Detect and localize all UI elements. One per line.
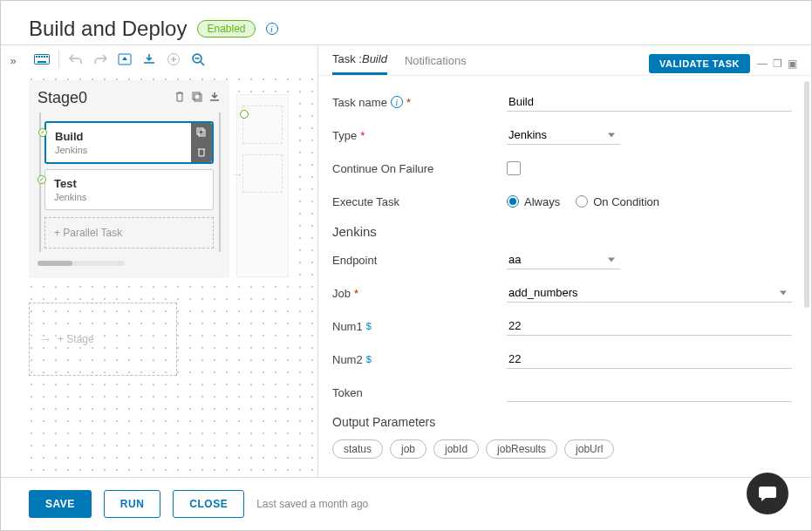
output-pill[interactable]: jobUrl: [564, 439, 614, 459]
panel-scrollbar[interactable]: [804, 81, 809, 308]
task-name-input[interactable]: [507, 92, 792, 112]
canvas-toolbar: [25, 45, 317, 73]
jenkins-section-header: Jenkins: [332, 224, 792, 239]
stage-title: Stage0: [38, 89, 87, 107]
num1-input[interactable]: [507, 317, 792, 336]
zoom-out-icon[interactable]: [187, 49, 209, 70]
delete-task-icon[interactable]: [191, 143, 212, 163]
add-icon[interactable]: [162, 49, 185, 70]
copy-stage-icon[interactable]: [191, 91, 203, 106]
download-stage-icon[interactable]: [208, 91, 221, 106]
svg-rect-1: [36, 56, 38, 58]
stage-scrollbar[interactable]: [38, 261, 125, 266]
svg-rect-6: [38, 61, 46, 63]
task-card-build[interactable]: ✓ Build Jenkins: [44, 121, 214, 164]
tab-notifications[interactable]: Notifications: [405, 54, 467, 74]
status-ok-icon: ✓: [38, 128, 47, 137]
endpoint-select[interactable]: [507, 250, 620, 269]
svg-rect-4: [44, 56, 45, 58]
output-params-header: Output Parameters: [332, 415, 792, 429]
validate-task-button[interactable]: VALIDATE TASK: [649, 54, 750, 73]
undo-icon[interactable]: [65, 49, 87, 70]
output-pill[interactable]: jobId: [433, 439, 479, 459]
output-pill[interactable]: status: [332, 439, 383, 459]
import-icon[interactable]: [138, 49, 160, 70]
svg-rect-13: [199, 130, 205, 136]
last-saved-text: Last saved a month ago: [256, 498, 368, 510]
keyboard-icon[interactable]: [31, 49, 53, 70]
delete-stage-icon[interactable]: [174, 91, 186, 106]
save-button[interactable]: SAVE: [29, 490, 92, 518]
execute-always-radio[interactable]: Always: [507, 195, 560, 208]
minimize-icon[interactable]: —: [757, 58, 768, 70]
output-pill[interactable]: jobResults: [486, 439, 557, 459]
info-icon[interactable]: i: [266, 23, 278, 35]
svg-rect-11: [194, 94, 201, 101]
close-button[interactable]: CLOSE: [173, 490, 244, 518]
status-badge: Enabled: [197, 20, 255, 37]
job-select[interactable]: [507, 283, 792, 303]
stage-card[interactable]: Stage0 ✓ Build Jenkins: [29, 80, 229, 278]
continue-on-failure-checkbox[interactable]: [507, 161, 521, 175]
collapse-all-icon[interactable]: [113, 49, 136, 70]
svg-rect-12: [197, 128, 203, 134]
output-params-list: status job jobId jobResults jobUrl: [332, 439, 792, 459]
execute-on-condition-radio[interactable]: On Condition: [576, 195, 659, 208]
type-select[interactable]: [507, 126, 620, 145]
svg-rect-5: [46, 56, 48, 58]
info-icon[interactable]: i: [391, 96, 403, 108]
next-stage-preview: →: [236, 94, 289, 277]
status-ok-icon: ✓: [38, 175, 46, 184]
arrow-right-icon: →: [38, 331, 52, 347]
page-title: Build and Deploy: [29, 17, 187, 41]
svg-rect-10: [193, 92, 200, 99]
chat-fab[interactable]: [747, 473, 788, 514]
copy-task-icon[interactable]: [191, 123, 212, 143]
tab-task[interactable]: Task :Build: [332, 52, 387, 75]
svg-rect-2: [38, 56, 40, 58]
collapse-sidebar-toggle[interactable]: »: [1, 44, 25, 477]
redo-icon[interactable]: [89, 49, 112, 70]
token-input[interactable]: [507, 383, 792, 402]
run-button[interactable]: RUN: [104, 490, 161, 518]
restore-icon[interactable]: ❐: [773, 58, 782, 70]
add-stage-placeholder[interactable]: → + Stage: [29, 303, 177, 376]
num2-input[interactable]: [507, 350, 792, 369]
add-parallel-task[interactable]: + Parallel Task: [44, 217, 214, 248]
maximize-icon[interactable]: ▣: [788, 58, 797, 70]
output-pill[interactable]: job: [390, 439, 426, 459]
svg-rect-3: [41, 56, 43, 58]
pipeline-canvas[interactable]: Stage0 ✓ Build Jenkins: [25, 73, 317, 477]
task-card-test[interactable]: ✓ Test Jenkins: [44, 169, 214, 210]
page-header: Build and Deploy Enabled i: [1, 1, 811, 44]
